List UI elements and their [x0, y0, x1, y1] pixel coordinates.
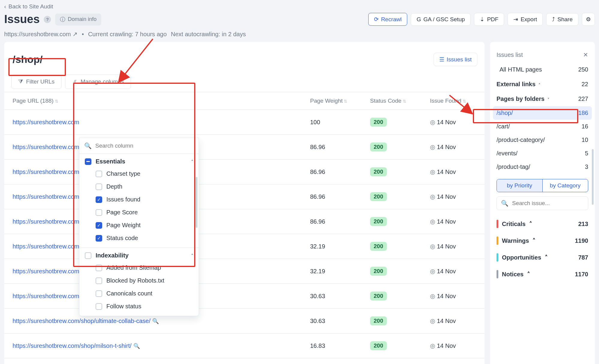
issue-found-date: 14 Nov — [437, 318, 456, 324]
issue-found-date: 14 Nov — [437, 218, 456, 225]
issues-list-heading: Issues list — [497, 51, 523, 58]
page-url-link[interactable]: https://sureshotbrew.com — [13, 243, 79, 250]
folder-row[interactable]: /events/5 — [493, 147, 592, 160]
severity-row-crit[interactable]: Criticals ˄ 213 — [497, 216, 588, 232]
by-priority-tab[interactable]: by Priority — [497, 179, 543, 192]
page-url-link[interactable]: https://sureshotbrew.com — [13, 144, 79, 150]
page-weight-cell: 30.63 — [305, 309, 365, 333]
checkbox-icon[interactable]: ✓ — [96, 235, 102, 242]
checkbox-icon[interactable] — [96, 277, 102, 284]
chevron-up-icon: ˄ — [535, 83, 541, 87]
search-issue-input[interactable]: 🔍 — [497, 196, 588, 210]
page-url-link[interactable]: https://sureshotbrew.com — [13, 169, 79, 175]
pdf-button[interactable]: ⇣ PDF — [474, 13, 504, 26]
column-option[interactable]: ✓ Page Weight — [85, 219, 193, 232]
priority-category-toggle[interactable]: by Priority by Category — [497, 179, 588, 192]
freshness-icon: ◎ — [430, 243, 437, 250]
page-url-link[interactable]: https://sureshotbrew.com/shop/ultimate-c… — [13, 318, 150, 324]
status-chip: 200 — [370, 167, 387, 176]
checkbox-icon[interactable] — [96, 171, 102, 177]
close-icon[interactable]: ✕ — [583, 51, 588, 58]
checkbox-icon[interactable] — [85, 158, 91, 165]
settings-button[interactable]: ⚙ — [582, 13, 595, 26]
back-link[interactable]: ‹ Back to Site Audit — [4, 3, 53, 10]
severity-row-opp[interactable]: Opportunities ˄ 787 — [497, 249, 588, 266]
columns-search[interactable]: 🔍 — [79, 138, 199, 154]
col-header-found[interactable]: Issue Found⇅ — [425, 92, 485, 110]
columns-icon: ⫽ — [72, 78, 78, 85]
issues-list-button[interactable]: ☰ Issues list — [434, 53, 477, 66]
column-option[interactable]: Page Score — [85, 206, 193, 219]
share-button[interactable]: ⤴ Share — [546, 13, 578, 26]
column-option[interactable]: ✓ Issues found — [85, 193, 193, 206]
col-header-weight[interactable]: Page Weight⇅ — [305, 92, 365, 110]
column-group-indexability[interactable]: Indexability ˄ — [85, 252, 193, 259]
ga-gsc-button[interactable]: G GA / GSC Setup — [411, 13, 470, 26]
checkbox-icon[interactable] — [96, 303, 102, 310]
checkbox-icon[interactable] — [96, 265, 102, 271]
issue-found-date: 14 Nov — [437, 293, 456, 299]
filter-urls-button[interactable]: ⧩ Filter URLs — [11, 75, 61, 89]
checkbox-icon[interactable]: ✓ — [96, 222, 102, 229]
folder-row[interactable]: /product-tag/3 — [493, 160, 592, 174]
column-option[interactable]: Depth — [85, 180, 193, 193]
page-weight-cell: 32.19 — [305, 259, 365, 284]
folder-row[interactable]: /cart/16 — [493, 120, 592, 133]
site-url[interactable]: https://sureshotbrew.com ↗ — [4, 31, 78, 38]
dropdown-scrollbar[interactable] — [196, 177, 197, 228]
help-icon[interactable]: ? — [44, 16, 51, 23]
manage-columns-button[interactable]: ⫽ Manage columns — [65, 75, 131, 89]
issue-found-date: 14 Nov — [437, 119, 456, 125]
severity-bar-icon — [497, 236, 498, 245]
column-option[interactable]: Follow status — [85, 300, 193, 313]
col-header-status[interactable]: Status Code⇅ — [365, 92, 425, 110]
chevron-left-icon: ‹ — [4, 3, 6, 10]
checkbox-icon[interactable] — [96, 183, 102, 190]
table-row: https://sureshotbrew.com 86.96 200 ◎14 N… — [4, 135, 485, 160]
checkbox-icon[interactable] — [96, 290, 102, 297]
column-group-essentials[interactable]: Essentials ˄ — [85, 158, 193, 165]
page-url-link[interactable]: https://sureshotbrew.com/shop/milson-t-s… — [13, 342, 132, 349]
column-option[interactable]: Canonicals count — [85, 287, 193, 300]
status-chip: 200 — [370, 242, 387, 251]
page-weight-cell: 32.19 — [305, 234, 365, 259]
search-icon: 🔍 — [501, 200, 509, 207]
column-option[interactable]: ✓ Status code — [85, 232, 193, 245]
column-option[interactable]: Blocked by Robots.txt — [85, 274, 193, 287]
freshness-icon: ◎ — [430, 144, 437, 150]
checkbox-icon[interactable] — [85, 252, 91, 259]
page-url-link[interactable]: https://sureshotbrew.com — [13, 119, 79, 125]
all-html-pages-row[interactable]: All HTML pages 250 — [497, 62, 588, 77]
table-row: https://sureshotbrew.com/shop/ultimate-c… — [4, 309, 485, 333]
page-url-link[interactable]: https://sureshotbrew.com — [13, 218, 79, 225]
magnify-icon[interactable]: 🔍 — [150, 318, 159, 324]
magnify-icon[interactable]: 🔍 — [132, 343, 140, 349]
columns-search-input[interactable] — [95, 142, 194, 149]
checkbox-icon[interactable] — [96, 209, 102, 216]
manage-columns-dropdown: 🔍 Essentials ˄ Charset type Depth ✓ Issu… — [79, 138, 199, 316]
chevron-up-icon: ˄ — [529, 220, 532, 228]
share-icon: ⤴ — [552, 16, 555, 23]
column-option[interactable]: Charset type — [85, 167, 193, 180]
status-chip: 200 — [370, 118, 387, 127]
col-header-url[interactable]: Page URL (188)⇅ — [4, 92, 305, 110]
checkbox-icon[interactable]: ✓ — [96, 196, 102, 203]
folder-row[interactable]: /product-category/10 — [493, 133, 592, 147]
by-category-tab[interactable]: by Category — [543, 179, 588, 192]
side-scrollbar[interactable] — [592, 149, 594, 205]
external-links-row[interactable]: External links ˄ 22 — [497, 77, 588, 92]
folder-row[interactable]: /shop/186 — [493, 106, 592, 120]
recrawl-button[interactable]: ⟳ Recrawl — [368, 13, 408, 26]
severity-bar-icon — [497, 253, 498, 262]
page-url-link[interactable]: https://sureshotbrew.com — [13, 193, 79, 200]
table-row: https://sureshotbrew.com 86.96 200 ◎14 N… — [4, 160, 485, 184]
domain-info-button[interactable]: ⓘ Domain info — [55, 13, 101, 25]
pages-table: Page URL (188)⇅ Page Weight⇅ Status Code… — [4, 92, 485, 364]
column-option[interactable]: Added from Sitemap — [85, 261, 193, 274]
export-button[interactable]: ⇥ Export — [508, 13, 543, 26]
page-weight-cell: 16.83 — [305, 333, 365, 358]
severity-row-not[interactable]: Notices ˄ 1170 — [497, 266, 588, 283]
crawl-status: Current crawling: 7 hours ago — [88, 31, 167, 38]
pages-by-folders-row[interactable]: Pages by folders ˅ 227 — [497, 92, 588, 106]
severity-row-warn[interactable]: Warnings ˄ 1190 — [497, 232, 588, 249]
